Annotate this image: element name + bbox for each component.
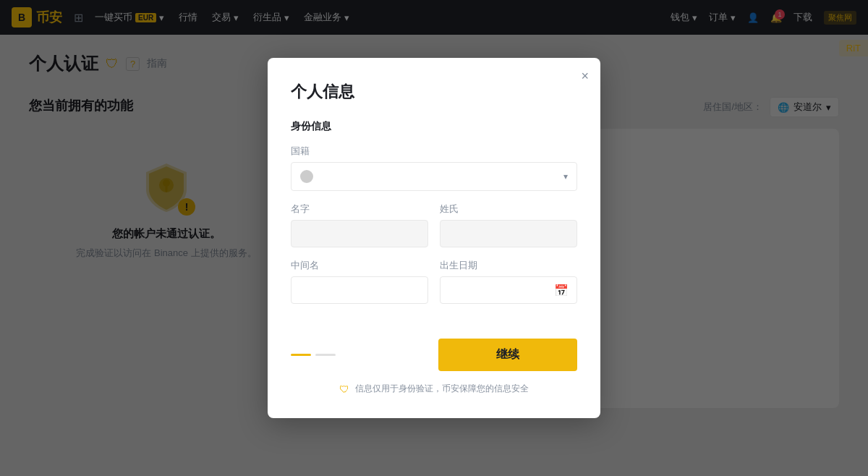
continue-button[interactable]: 继续 — [438, 339, 577, 371]
name-row: 名字 姓氏 — [291, 203, 577, 259]
nationality-field-group: 国籍 ▾ — [291, 145, 577, 191]
modal-overlay: × 个人信息 身份信息 国籍 ▾ 名字 姓氏 — [0, 0, 868, 476]
modal-close-button[interactable]: × — [581, 69, 589, 82]
middle-name-label: 中间名 — [291, 259, 428, 272]
middle-dob-row: 中间名 出生日期 📅 — [291, 259, 577, 315]
last-name-label: 姓氏 — [440, 203, 577, 216]
personal-info-modal: × 个人信息 身份信息 国籍 ▾ 名字 姓氏 — [268, 58, 600, 418]
modal-title: 个人信息 — [291, 81, 577, 103]
dob-group: 出生日期 📅 — [440, 259, 577, 304]
progress-step-2 — [315, 354, 336, 356]
dob-input-wrap: 📅 — [440, 276, 577, 304]
calendar-icon[interactable]: 📅 — [554, 284, 569, 297]
first-name-label: 名字 — [291, 203, 428, 216]
progress-step-1 — [291, 354, 311, 356]
progress-bar — [291, 354, 336, 356]
modal-footer: 继续 — [291, 339, 577, 371]
identity-section-label: 身份信息 — [291, 120, 577, 133]
security-text: 信息仅用于身份验证，币安保障您的信息安全 — [355, 383, 529, 395]
flag-circle — [300, 170, 313, 183]
first-name-input[interactable] — [291, 220, 428, 247]
dob-label: 出生日期 — [440, 259, 577, 272]
security-note: 🛡 信息仅用于身份验证，币安保障您的信息安全 — [291, 383, 577, 395]
first-name-group: 名字 — [291, 203, 428, 247]
nationality-select[interactable]: ▾ — [291, 162, 577, 191]
middle-name-group: 中间名 — [291, 259, 428, 304]
middle-name-input[interactable] — [291, 276, 428, 304]
security-shield-icon: 🛡 — [339, 383, 349, 395]
last-name-group: 姓氏 — [440, 203, 577, 247]
last-name-input[interactable] — [440, 220, 577, 247]
nationality-chevron: ▾ — [563, 171, 568, 182]
nationality-label: 国籍 — [291, 145, 577, 158]
